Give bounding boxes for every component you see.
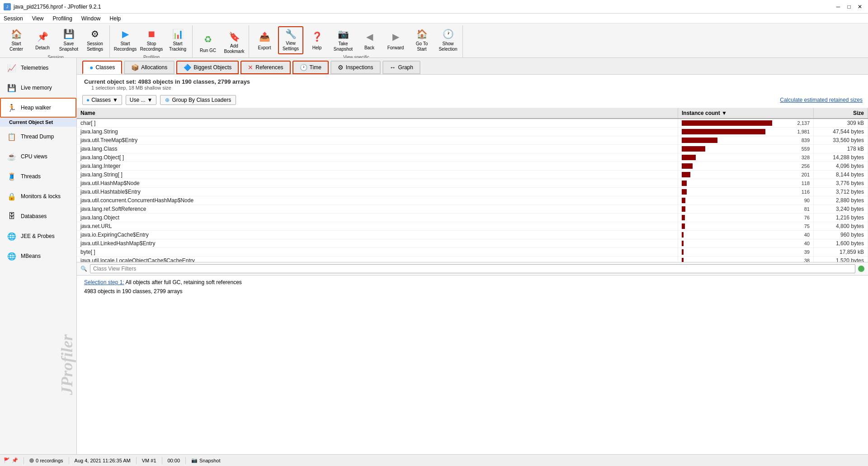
cell-name: java.net.URL (77, 222, 678, 230)
table-row[interactable]: java.util.Hashtable$Entry 116 3,712 byte… (77, 188, 868, 196)
sidebar-item-heap-walker[interactable]: 🏃 Heap walker (0, 98, 76, 118)
menu-session[interactable]: Session (2, 14, 25, 23)
table-row[interactable]: java.util.concurrent.ConcurrentHashMap$N… (77, 196, 868, 205)
count-number: 76 (792, 215, 810, 220)
th-name[interactable]: Name (77, 108, 678, 118)
cell-count: 38 (678, 257, 814, 262)
start-tracking-icon: 📊 (170, 29, 185, 40)
sidebar-sub-current-object-set[interactable]: Current Object Set (0, 118, 76, 127)
sidebar-item-mbeans[interactable]: 🌐 MBeans (0, 246, 76, 266)
stop-recordings-button[interactable]: ⏹ StopRecordings (139, 26, 164, 54)
table-row[interactable]: java.lang.Object 76 1,216 bytes (77, 214, 868, 222)
table-row[interactable]: java.util.HashMap$Node 118 3,776 bytes (77, 179, 868, 188)
table-row[interactable]: java.lang.ref.SoftReference 81 3,240 byt… (77, 205, 868, 214)
sidebar-item-threads[interactable]: 🧵 Threads (0, 166, 76, 186)
databases-icon: 🗄 (6, 211, 17, 222)
minimize-button[interactable]: ─ (834, 2, 843, 11)
recordings-label: 0 recordings (36, 458, 63, 463)
count-bar (682, 232, 684, 238)
tab-time[interactable]: 🕐 Time (292, 61, 329, 74)
live-memory-icon: 💾 (6, 82, 17, 93)
export-button[interactable]: 📤 Export (252, 26, 277, 54)
save-snapshot-button[interactable]: 💾 SaveSnapshot (56, 26, 81, 54)
sidebar-watermark: JProfiler (0, 266, 76, 454)
start-center-button[interactable]: 🏠 StartCenter (4, 26, 29, 54)
show-selection-button[interactable]: 🕐 ShowSelection (435, 26, 461, 54)
th-size[interactable]: Size (814, 108, 868, 118)
tab-allocations[interactable]: 📦 Allocations (124, 61, 175, 74)
sidebar-item-telemetries[interactable]: 📈 Telemetries (0, 58, 76, 78)
menu-profiling[interactable]: Profiling (51, 14, 74, 23)
info-sub: 1 selection step, 18 MB shallow size (84, 85, 861, 90)
cell-count: 201 (678, 171, 814, 179)
sidebar-label-mbeans: MBeans (21, 253, 41, 259)
sidebar-item-databases[interactable]: 🗄 Databases (0, 206, 76, 226)
menu-help[interactable]: Help (108, 14, 123, 23)
table-row[interactable]: java.lang.String 1,981 47,544 bytes (77, 128, 868, 136)
tab-classes[interactable]: ● Classes (82, 61, 122, 74)
dropdown-arrow-icon: ▼ (113, 97, 118, 103)
filter-input[interactable] (90, 264, 855, 273)
cell-size: 1,600 bytes (814, 239, 868, 247)
toolbar-section-session: 🏠 StartCenter 📌 Detach 💾 SaveSnapshot ⚙ … (2, 25, 110, 60)
maximize-button[interactable]: □ (844, 2, 854, 11)
table-row[interactable]: java.io.ExpiringCache$Entry 40 960 bytes (77, 231, 868, 239)
back-button[interactable]: ◀ Back (357, 26, 382, 54)
go-to-start-button[interactable]: 🏠 Go ToStart (409, 26, 434, 54)
forward-button[interactable]: ▶ Forward (383, 26, 408, 54)
cell-name: java.lang.Object (77, 214, 678, 222)
menu-window[interactable]: Window (80, 14, 103, 23)
run-gc-button[interactable]: ♻ Run GC (195, 29, 221, 57)
calculate-retained-sizes-link[interactable]: Calculate estimated retained sizes (780, 97, 863, 103)
tab-inspections[interactable]: ⚙ Inspections (330, 61, 381, 74)
table-row[interactable]: java.lang.Integer 256 4,096 bytes (77, 162, 868, 171)
use-dropdown[interactable]: Use ... ▼ (126, 95, 157, 105)
tab-biggest-objects[interactable]: 🔷 Biggest Objects (176, 61, 239, 74)
session-settings-button[interactable]: ⚙ SessionSettings (82, 26, 108, 54)
take-snapshot-button[interactable]: 📷 TakeSnapshot (330, 26, 356, 54)
group-by-class-loaders-button[interactable]: ⊕ Group By Class Loaders (160, 95, 236, 105)
allocations-tab-label: Allocations (141, 64, 167, 71)
start-recordings-button[interactable]: ▶ StartRecordings (113, 26, 138, 54)
table-row[interactable]: java.lang.String[ ] 201 8,144 bytes (77, 171, 868, 179)
sidebar-item-jee-probes[interactable]: 🌐 JEE & Probes (0, 226, 76, 246)
start-tracking-button[interactable]: 📊 StartTracking (165, 26, 190, 54)
main-container: 📈 Telemetries 💾 Live memory 🏃 Heap walke… (0, 58, 868, 454)
table-row[interactable]: byte[ ] 39 17,859 kB (77, 248, 868, 257)
classes-dropdown[interactable]: ● Classes ▼ (82, 95, 122, 105)
th-instance-count[interactable]: Instance count ▼ (678, 108, 814, 118)
table-row[interactable]: java.net.URL 75 4,800 bytes (77, 222, 868, 231)
view-settings-button[interactable]: 🔧 ViewSettings (278, 26, 303, 54)
table-row[interactable]: java.util.TreeMap$Entry 839 33,560 bytes (77, 136, 868, 145)
menu-view[interactable]: View (30, 14, 46, 23)
cell-size: 2,880 bytes (814, 196, 868, 204)
sidebar-item-monitors-locks[interactable]: 🔒 Monitors & locks (0, 186, 76, 206)
sidebar-item-live-memory[interactable]: 💾 Live memory (0, 78, 76, 98)
table-row[interactable]: java.lang.Class 559 178 kB (77, 145, 868, 153)
sidebar-label-jee-probes: JEE & Probes (21, 233, 55, 239)
cell-name: java.util.Hashtable$Entry (77, 188, 678, 196)
cell-count: 116 (678, 188, 814, 196)
sidebar-item-thread-dump[interactable]: 📋 Thread Dump (0, 127, 76, 147)
close-button[interactable]: ✕ (855, 2, 864, 11)
table-row[interactable]: java.util.LinkedHashMap$Entry 40 1,600 b… (77, 239, 868, 248)
table-row[interactable]: java.lang.Object[ ] 328 14,288 bytes (77, 153, 868, 162)
table-row[interactable]: java.util.locale.LocaleObjectCache$Cache… (77, 257, 868, 262)
tab-references[interactable]: ✕ References (241, 61, 290, 74)
count-number: 39 (792, 249, 810, 255)
detach-button[interactable]: 📌 Detach (30, 26, 55, 54)
status-sep-3 (136, 457, 137, 464)
tab-graph[interactable]: ↔ Graph (382, 61, 420, 74)
view-toolbar: ● Classes ▼ Use ... ▼ ⊕ Group By Class L… (77, 92, 868, 108)
cell-size: 47,544 bytes (814, 128, 868, 136)
status-sep-1 (24, 457, 24, 464)
add-bookmark-button[interactable]: 🔖 AddBookmark (222, 29, 247, 57)
cell-count: 1,981 (678, 128, 814, 136)
sidebar-item-cpu-views[interactable]: ☕ CPU views (0, 147, 76, 166)
selection-step-link[interactable]: Selection step 1: (84, 279, 124, 285)
table-row[interactable]: char[ ] 2,137 309 kB (77, 119, 868, 128)
inspections-tab-icon: ⚙ (338, 64, 344, 71)
help-button[interactable]: ❓ Help (304, 26, 330, 54)
cell-count: 839 (678, 136, 814, 144)
cell-name: java.util.TreeMap$Entry (77, 136, 678, 144)
